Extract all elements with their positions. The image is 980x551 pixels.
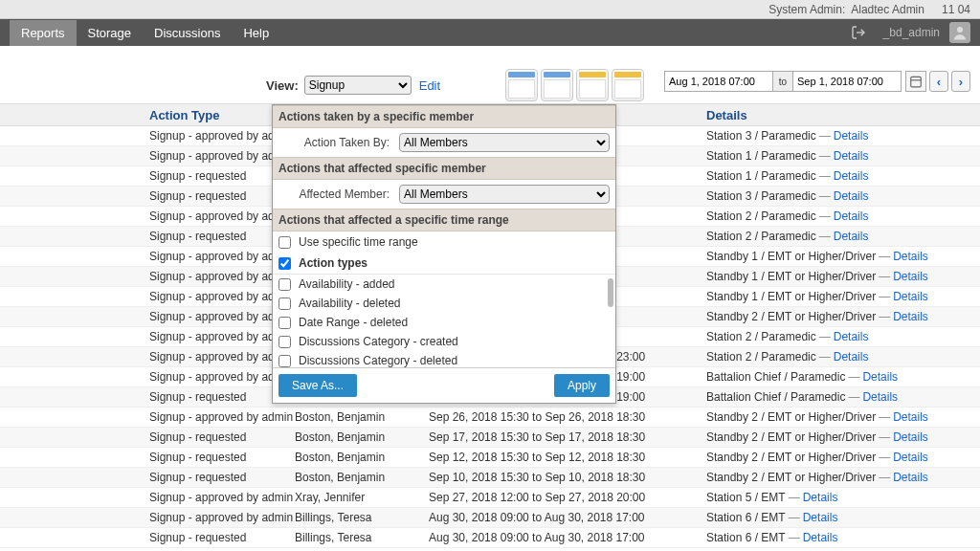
cell-action: Signup - approved by admin bbox=[0, 310, 295, 323]
date-range: to ‹ › bbox=[664, 71, 970, 92]
menu-bar: Reports Storage Discussions Help _bd_adm… bbox=[0, 19, 980, 46]
cell-action: Signup - requested bbox=[0, 390, 295, 404]
details-link[interactable]: Details bbox=[834, 209, 869, 223]
cell-details: Standby 2 / EMT or Higher/Driver—Details bbox=[706, 310, 980, 323]
details-link[interactable]: Details bbox=[834, 169, 869, 183]
cell-action: Signup - approved by admin bbox=[0, 330, 295, 343]
cell-details: Standby 2 / EMT or Higher/Driver—Details bbox=[706, 471, 980, 484]
cell-member: Boston, Benjamin bbox=[295, 471, 429, 484]
date-prev[interactable]: ‹ bbox=[929, 71, 948, 92]
details-link[interactable]: Details bbox=[834, 330, 869, 343]
controls-bar: View: Signup Edit to ‹ › bbox=[0, 46, 980, 103]
cell-daterange: Sep 27, 2018 12:00 to Sep 27, 2018 20:00 bbox=[429, 491, 706, 504]
date-from-input[interactable] bbox=[664, 71, 773, 92]
date-to-input[interactable] bbox=[792, 71, 902, 92]
top-bar: System Admin: Aladtec Admin 11 04 bbox=[0, 0, 980, 19]
tab-reports[interactable]: Reports bbox=[10, 20, 77, 46]
taken-by-select[interactable]: All Members bbox=[399, 133, 610, 152]
action-type-item[interactable]: Discussions Category - deleted bbox=[273, 351, 615, 367]
cal-view-2[interactable] bbox=[541, 69, 573, 101]
cal-view-1[interactable] bbox=[505, 69, 538, 101]
action-type-text: Availability - deleted bbox=[299, 297, 401, 310]
filter-popover: Actions taken by a specific member Actio… bbox=[272, 104, 616, 404]
cell-action: Signup - requested bbox=[0, 430, 295, 444]
details-link[interactable]: Details bbox=[893, 290, 928, 303]
details-link[interactable]: Details bbox=[893, 430, 928, 444]
save-as-button[interactable]: Save As... bbox=[278, 374, 357, 397]
edit-link[interactable]: Edit bbox=[419, 78, 440, 93]
sysadmin-label: System Admin: bbox=[768, 3, 845, 16]
cell-action: Signup - approved by admin bbox=[0, 250, 295, 263]
cell-details: Station 2 / Paramedic—Details bbox=[706, 330, 980, 343]
tab-help[interactable]: Help bbox=[232, 20, 280, 46]
col-action-type[interactable]: Action Type bbox=[0, 108, 295, 122]
details-link[interactable]: Details bbox=[834, 149, 869, 163]
avatar-icon[interactable] bbox=[949, 22, 970, 43]
action-type-item[interactable]: Availability - added bbox=[273, 275, 615, 294]
details-link[interactable]: Details bbox=[862, 390, 898, 404]
action-type-item[interactable]: Discussions Category - created bbox=[273, 332, 615, 351]
current-user[interactable]: _bd_admin bbox=[883, 26, 940, 39]
cell-details: Station 5 / EMT—Details bbox=[706, 491, 980, 504]
view-select[interactable]: Signup bbox=[304, 76, 412, 95]
action-type-checkbox[interactable] bbox=[278, 317, 291, 329]
action-type-list[interactable]: Availability - addedAvailability - delet… bbox=[273, 274, 615, 367]
details-link[interactable]: Details bbox=[834, 230, 869, 243]
cell-action: Signup - requested bbox=[0, 169, 295, 183]
cell-action: Signup - approved by admin bbox=[0, 270, 295, 283]
details-link[interactable]: Details bbox=[834, 129, 869, 143]
details-link[interactable]: Details bbox=[803, 531, 838, 544]
action-type-checkbox[interactable] bbox=[278, 355, 291, 367]
tab-discussions[interactable]: Discussions bbox=[143, 20, 232, 46]
cell-daterange: Sep 12, 2018 15:30 to Sep 12, 2018 18:30 bbox=[429, 451, 706, 464]
cell-details: Station 6 / EMT—Details bbox=[706, 511, 980, 524]
date-next[interactable]: › bbox=[951, 71, 970, 92]
details-link[interactable]: Details bbox=[893, 471, 928, 484]
cell-member: Xray, Jennifer bbox=[295, 491, 429, 504]
details-link[interactable]: Details bbox=[834, 189, 869, 203]
cell-details: Standby 2 / EMT or Higher/Driver—Details bbox=[706, 430, 980, 444]
action-type-checkbox[interactable] bbox=[278, 336, 291, 348]
cell-details: Battalion Chief / Paramedic—Details bbox=[706, 390, 980, 404]
table-row: Signup - requestedBillings, TeresaAug 30… bbox=[0, 528, 980, 548]
details-link[interactable]: Details bbox=[893, 410, 928, 424]
details-link[interactable]: Details bbox=[803, 491, 838, 504]
action-type-item[interactable]: Availability - deleted bbox=[273, 294, 615, 313]
action-type-checkbox[interactable] bbox=[278, 278, 291, 291]
action-type-checkbox[interactable] bbox=[278, 298, 291, 310]
section-time-range: Actions that affected a specific time ra… bbox=[273, 209, 615, 231]
action-types-checkbox[interactable] bbox=[278, 257, 291, 270]
col-details[interactable]: Details bbox=[706, 108, 980, 122]
scrollbar-thumb[interactable] bbox=[608, 278, 613, 307]
tab-storage[interactable]: Storage bbox=[77, 20, 144, 46]
cell-action: Signup - approved by admin bbox=[0, 511, 295, 524]
cell-member: Boston, Benjamin bbox=[295, 430, 429, 444]
cal-view-3[interactable] bbox=[576, 69, 609, 101]
action-type-text: Date Range - deleted bbox=[299, 316, 408, 329]
cell-details: Station 1 / Paramedic—Details bbox=[706, 169, 980, 183]
apply-button[interactable]: Apply bbox=[554, 374, 610, 397]
details-link[interactable]: Details bbox=[893, 250, 928, 263]
cell-details: Station 1 / Paramedic—Details bbox=[706, 149, 980, 163]
taken-by-label: Action Taken By: bbox=[278, 136, 399, 149]
cell-action: Signup - requested bbox=[0, 531, 295, 544]
details-link[interactable]: Details bbox=[893, 270, 928, 283]
details-link[interactable]: Details bbox=[834, 350, 869, 364]
calendar-icon[interactable] bbox=[905, 71, 926, 92]
details-link[interactable]: Details bbox=[893, 310, 928, 323]
table-row: Signup - requestedBoston, BenjaminSep 12… bbox=[0, 448, 980, 468]
affected-select[interactable]: All Members bbox=[399, 185, 610, 204]
svg-rect-2 bbox=[911, 77, 922, 87]
details-link[interactable]: Details bbox=[862, 370, 898, 384]
cell-action: Signup - approved by admin bbox=[0, 350, 295, 364]
details-link[interactable]: Details bbox=[893, 451, 928, 464]
cell-action: Signup - approved by admin bbox=[0, 290, 295, 303]
cell-action: Signup - requested bbox=[0, 230, 295, 243]
affected-label: Affected Member: bbox=[278, 187, 399, 201]
cal-view-4[interactable] bbox=[612, 69, 644, 101]
sysadmin-value: Aladtec Admin bbox=[851, 3, 924, 16]
logout-icon[interactable] bbox=[849, 23, 868, 42]
use-range-checkbox[interactable] bbox=[278, 236, 291, 249]
details-link[interactable]: Details bbox=[803, 511, 838, 524]
action-type-item[interactable]: Date Range - deleted bbox=[273, 313, 615, 332]
